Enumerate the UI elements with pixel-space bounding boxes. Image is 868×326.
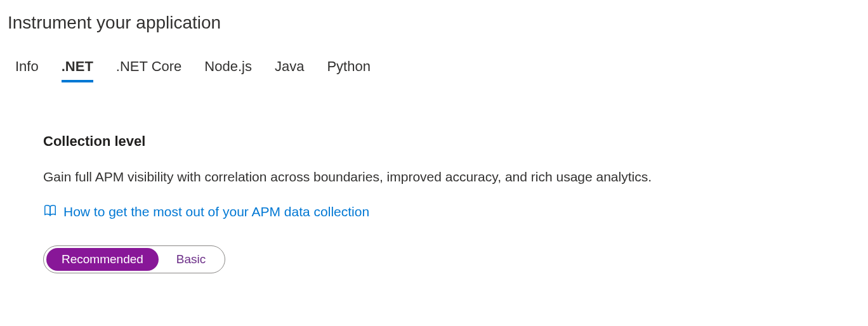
tabs-container: Info .NET .NET Core Node.js Java Python — [8, 58, 860, 82]
tab-java[interactable]: Java — [275, 58, 304, 82]
doc-link[interactable]: How to get the most out of your APM data… — [63, 204, 369, 219]
tab-dotnet-core[interactable]: .NET Core — [116, 58, 182, 82]
tab-python[interactable]: Python — [327, 58, 371, 82]
section-heading: Collection level — [43, 133, 860, 150]
page-title: Instrument your application — [8, 13, 860, 33]
collection-level-toggle: Recommended Basic — [43, 245, 225, 273]
tab-info[interactable]: Info — [15, 58, 39, 82]
toggle-basic[interactable]: Basic — [161, 248, 225, 271]
book-icon — [43, 204, 57, 220]
tab-nodejs[interactable]: Node.js — [204, 58, 252, 82]
doc-link-row: How to get the most out of your APM data… — [43, 204, 860, 220]
toggle-recommended[interactable]: Recommended — [46, 248, 159, 271]
tab-dotnet[interactable]: .NET — [62, 58, 93, 82]
tab-content: Collection level Gain full APM visibilit… — [8, 133, 860, 273]
section-description: Gain full APM visibility with correlatio… — [43, 167, 860, 186]
